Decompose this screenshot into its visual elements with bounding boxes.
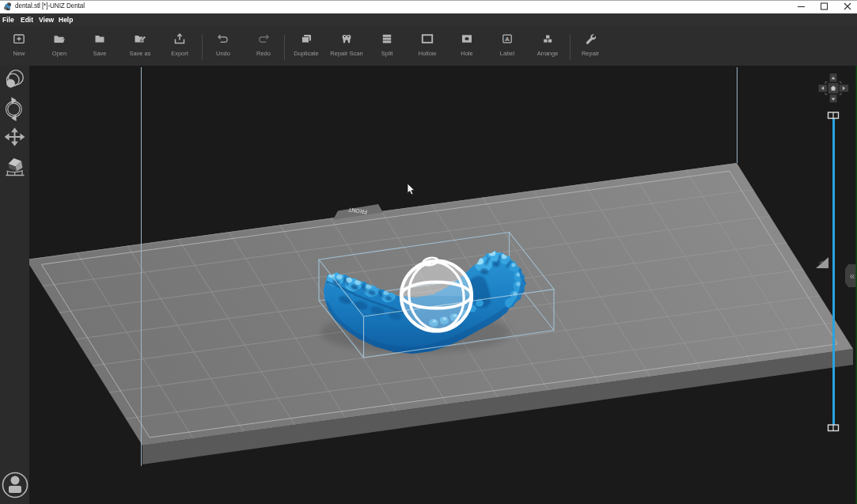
svg-text:«: « bbox=[850, 271, 855, 282]
svg-text:A: A bbox=[505, 36, 510, 43]
